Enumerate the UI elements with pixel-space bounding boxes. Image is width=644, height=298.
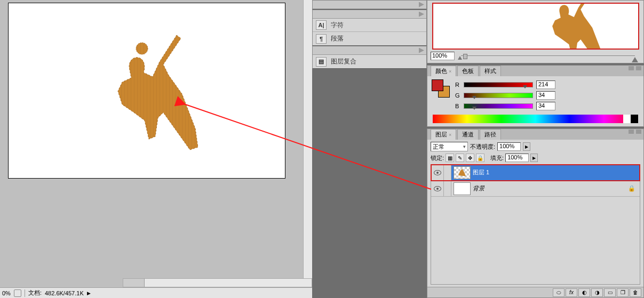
- delete-layer-button[interactable]: 🗑: [630, 288, 641, 297]
- character-label: 字符: [331, 21, 344, 30]
- navigator-zoom-slider[interactable]: [456, 53, 640, 59]
- lock-position-button[interactable]: ✥: [466, 154, 474, 162]
- layer-list: 图层 1 背景 🔒: [431, 164, 640, 285]
- canvas-region: 0% 文档: 482.6K/457.1K ▶: [0, 0, 312, 298]
- minimize-icon[interactable]: [629, 130, 634, 134]
- layer-fx-button[interactable]: fx: [566, 288, 577, 297]
- zoom-slider-thumb[interactable]: [463, 54, 467, 59]
- layer-comps-button[interactable]: ▤ 图层复合: [313, 55, 426, 68]
- color-swatch-pair[interactable]: [432, 79, 450, 98]
- b-label: B: [455, 103, 460, 109]
- lock-label: 锁定:: [431, 154, 444, 162]
- navigator-zoom-input[interactable]: 100%: [431, 52, 455, 60]
- b-input[interactable]: 34: [536, 102, 555, 110]
- layercomp-palette: ▤ 图层复合: [312, 46, 427, 69]
- layer-thumbnail[interactable]: [454, 166, 471, 179]
- link-cell[interactable]: [444, 165, 451, 180]
- close-icon[interactable]: [636, 66, 641, 70]
- color-panel: 颜色× 色板 样式 R 214 G 34 B: [427, 65, 644, 127]
- doc-label: 文档:: [28, 289, 42, 297]
- minimize-icon[interactable]: [629, 66, 634, 70]
- adjustment-layer-button[interactable]: ◑: [591, 288, 603, 297]
- canvas-artwork: [102, 30, 214, 158]
- color-spectrum[interactable]: [433, 115, 638, 123]
- type-palette: A| 字符 ¶ 段落: [312, 10, 427, 46]
- svg-point-2: [136, 43, 148, 54]
- foreground-color-swatch[interactable]: [432, 79, 443, 91]
- tab-paths[interactable]: 路径: [480, 129, 501, 140]
- layer-name[interactable]: 背景: [473, 184, 484, 192]
- opacity-label: 不透明度:: [470, 143, 495, 151]
- opacity-input[interactable]: 100%: [497, 142, 521, 151]
- r-input[interactable]: 214: [536, 80, 555, 89]
- close-icon[interactable]: [636, 130, 641, 134]
- r-slider[interactable]: [464, 82, 533, 87]
- layers-footer: ⬭ fx ◐ ◑ ▭ ❐ 🗑: [427, 287, 643, 297]
- lock-transparency-button[interactable]: ▦: [446, 154, 454, 162]
- lock-pixels-button[interactable]: ✎: [456, 154, 464, 162]
- lock-all-button[interactable]: 🔒: [476, 154, 484, 162]
- character-panel-button[interactable]: A| 字符: [313, 19, 426, 32]
- opacity-flyout-button[interactable]: ▶: [523, 142, 530, 151]
- tab-layers[interactable]: 图层×: [431, 129, 456, 140]
- artboard[interactable]: [9, 3, 285, 178]
- expand-icon[interactable]: [419, 48, 424, 53]
- fill-label: 填充:: [490, 154, 504, 162]
- new-layer-button[interactable]: ❐: [617, 288, 629, 297]
- vertical-scrollbar[interactable]: [303, 0, 312, 286]
- status-bar: 0% 文档: 482.6K/457.1K ▶: [0, 287, 312, 298]
- fill-input[interactable]: 100%: [505, 154, 529, 162]
- paragraph-icon: ¶: [316, 34, 327, 44]
- expand-icon[interactable]: [419, 2, 424, 7]
- layers-panel: 图层× 通道 路径 正常 不透明度: 100% ▶ 锁定: ▦ ✎ ✥ 🔒 填充…: [427, 128, 644, 298]
- character-icon: A|: [316, 20, 327, 30]
- canvas-viewport[interactable]: [5, 0, 312, 286]
- g-label: G: [455, 92, 460, 99]
- layer-row[interactable]: 图层 1: [431, 165, 640, 181]
- zoom-icon[interactable]: [14, 289, 21, 297]
- tab-channels[interactable]: 通道: [457, 129, 479, 140]
- zoom-out-icon[interactable]: [458, 54, 462, 60]
- paragraph-label: 段落: [331, 34, 344, 43]
- tab-swatches[interactable]: 色板: [457, 66, 479, 76]
- layer-name[interactable]: 图层 1: [473, 168, 489, 176]
- link-cell[interactable]: [444, 181, 451, 196]
- r-label: R: [455, 82, 460, 88]
- zoom-level[interactable]: 0%: [2, 290, 11, 296]
- layer-row[interactable]: 背景 🔒: [431, 181, 640, 197]
- b-slider[interactable]: [464, 103, 533, 109]
- paragraph-panel-button[interactable]: ¶ 段落: [313, 32, 426, 45]
- mid-palette-column: A| 字符 ¶ 段落 ▤ 图层复合: [312, 0, 427, 298]
- visibility-toggle[interactable]: [431, 181, 444, 196]
- fill-flyout-button[interactable]: ▶: [530, 154, 538, 162]
- doc-size: 482.6K/457.1K: [45, 290, 84, 296]
- eye-icon: [434, 186, 441, 191]
- expand-icon[interactable]: [419, 12, 424, 17]
- zoom-in-icon[interactable]: [632, 54, 638, 62]
- right-column: 100% 颜色× 色板 样式 R 214: [427, 0, 644, 298]
- layer-comps-label: 图层复合: [331, 57, 356, 66]
- link-layers-button[interactable]: ⬭: [553, 288, 565, 297]
- g-input[interactable]: 34: [536, 91, 555, 100]
- g-slider[interactable]: [464, 93, 533, 98]
- layer-comps-icon: ▤: [316, 57, 327, 67]
- top-palette-stub: [312, 0, 427, 10]
- tab-color[interactable]: 颜色×: [431, 66, 456, 76]
- tab-styles[interactable]: 样式: [480, 66, 501, 76]
- navigator-preview[interactable]: [432, 3, 639, 50]
- horizontal-scrollbar[interactable]: [123, 278, 312, 287]
- lock-icon: 🔒: [628, 185, 635, 192]
- blend-mode-select[interactable]: 正常: [431, 142, 468, 151]
- layer-thumbnail[interactable]: [454, 182, 471, 195]
- layer-group-button[interactable]: ▭: [604, 288, 616, 297]
- navigator-panel: 100%: [427, 0, 644, 63]
- layer-mask-button[interactable]: ◐: [578, 288, 590, 297]
- eye-icon: [434, 170, 441, 175]
- visibility-toggle[interactable]: [431, 165, 444, 180]
